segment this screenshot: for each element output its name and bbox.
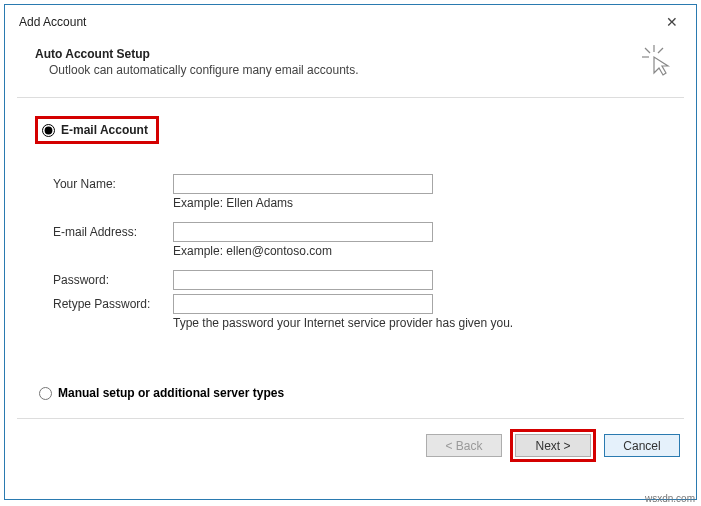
manual-setup-radio[interactable] [39,387,52,400]
email-account-option[interactable]: E-mail Account [42,123,148,137]
header-title: Auto Account Setup [35,47,672,61]
footer: < Back Next > Cancel [5,419,696,472]
email-account-radio[interactable] [42,124,55,137]
header: Auto Account Setup Outlook can automatic… [5,35,696,85]
add-account-dialog: Add Account ✕ Auto Account Setup Outlook… [4,4,697,500]
titlebar: Add Account ✕ [5,5,696,35]
next-button[interactable]: Next > [515,434,591,457]
password-row: Password: [53,270,676,290]
name-row: Your Name: [53,174,676,194]
watermark: wsxdn.com [645,493,695,504]
manual-setup-label: Manual setup or additional server types [58,386,284,400]
email-option-highlight: E-mail Account [35,116,159,144]
email-label: E-mail Address: [53,225,173,239]
retype-row: Retype Password: [53,294,676,314]
svg-line-2 [658,48,663,53]
retype-input[interactable] [173,294,433,314]
form: Your Name: Example: Ellen Adams E-mail A… [53,174,676,330]
retype-label: Retype Password: [53,297,173,311]
name-hint: Example: Ellen Adams [173,196,676,210]
window-title: Add Account [19,15,86,29]
svg-line-1 [645,48,650,53]
next-button-highlight: Next > [510,429,596,462]
password-label: Password: [53,273,173,287]
close-button[interactable]: ✕ [652,10,692,34]
email-input[interactable] [173,222,433,242]
name-label: Your Name: [53,177,173,191]
name-input[interactable] [173,174,433,194]
cursor-icon [640,43,674,77]
cancel-button[interactable]: Cancel [604,434,680,457]
content: E-mail Account Your Name: Example: Ellen… [5,98,696,408]
password-hint: Type the password your Internet service … [173,316,676,330]
header-subtitle: Outlook can automatically configure many… [49,63,672,77]
email-row: E-mail Address: [53,222,676,242]
email-hint: Example: ellen@contoso.com [173,244,676,258]
password-input[interactable] [173,270,433,290]
manual-setup-option[interactable]: Manual setup or additional server types [39,386,676,400]
email-account-label: E-mail Account [61,123,148,137]
close-icon: ✕ [666,14,678,30]
back-button: < Back [426,434,502,457]
